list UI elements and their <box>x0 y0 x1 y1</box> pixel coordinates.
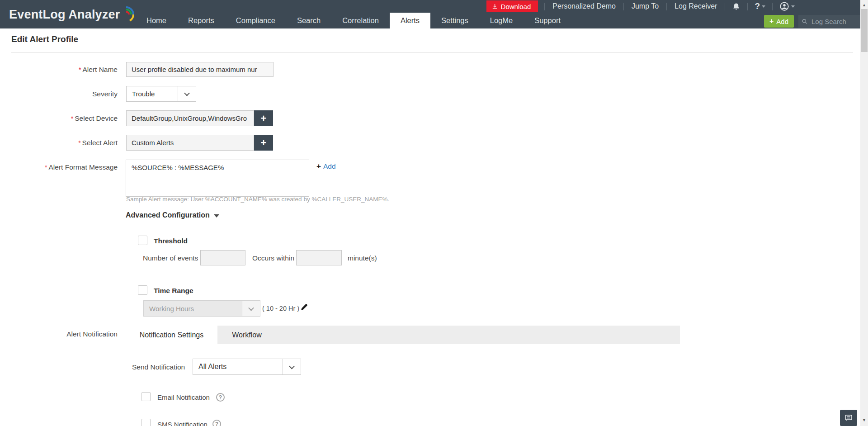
vertical-scrollbar[interactable]: ▲ ▼ <box>860 0 868 426</box>
time-range-dropdown[interactable]: Working Hours <box>143 300 260 317</box>
jump-to-link[interactable]: Jump To <box>624 2 666 10</box>
chat-widget-button[interactable] <box>840 410 857 426</box>
alert-notification-label: Alert Notification <box>11 330 118 338</box>
add-link-label: Add <box>323 162 336 170</box>
number-of-events-label: Number of events <box>143 254 198 262</box>
alert-format-message-label: *Alert Format Message <box>11 163 118 171</box>
number-of-events-input[interactable] <box>200 250 245 265</box>
severity-label: Severity <box>11 90 118 98</box>
select-device-label: *Select Device <box>11 114 118 123</box>
scroll-down-icon[interactable]: ▼ <box>860 416 868 424</box>
chevron-down-icon <box>791 5 795 8</box>
header-utility-row: Download Personalized Demo Jump To Log R… <box>486 0 802 13</box>
chevron-down-icon <box>178 86 196 101</box>
notification-tabstrip: Notification Settings Workflow <box>126 326 680 344</box>
severity-dropdown[interactable]: Trouble <box>126 86 196 102</box>
app-logo[interactable]: EventLog Analyzer <box>9 5 135 24</box>
chevron-down-icon <box>762 5 765 8</box>
personalized-demo-link[interactable]: Personalized Demo <box>545 2 623 10</box>
send-notification-label: Send Notification <box>132 363 185 371</box>
required-marker: * <box>79 66 81 73</box>
severity-value: Trouble <box>127 86 178 101</box>
nav-alerts[interactable]: Alerts <box>390 13 430 28</box>
app-logo-text: EventLog Analyzer <box>9 8 120 22</box>
email-notification-checkbox[interactable] <box>142 392 151 401</box>
time-range-hours: ( 10 - 20 Hr ) <box>262 305 299 312</box>
logo-swirl-icon <box>117 5 135 24</box>
nav-reports[interactable]: Reports <box>177 13 225 28</box>
nav-support[interactable]: Support <box>524 13 571 28</box>
nav-logme[interactable]: LogMe <box>479 13 524 28</box>
collapse-arrow-icon <box>214 214 219 218</box>
threshold-label: Threshold <box>154 237 188 245</box>
select-alert-label: *Select Alert <box>11 139 118 147</box>
help-icon: ? <box>755 1 760 11</box>
main-nav: Home Reports Compliance Search Correlati… <box>136 13 571 28</box>
search-icon <box>802 18 807 25</box>
tab-notification-settings[interactable]: Notification Settings <box>126 326 217 344</box>
time-range-label: Time Range <box>154 287 193 295</box>
download-label: Download <box>501 3 531 10</box>
download-button[interactable]: Download <box>486 0 538 12</box>
advanced-configuration-toggle[interactable]: Advanced Configuration <box>126 211 219 219</box>
select-alert-add-button[interactable]: + <box>254 135 273 151</box>
occurs-within-label: Occurs within <box>252 254 294 262</box>
scroll-up-icon[interactable]: ▲ <box>860 1 868 9</box>
email-help-icon[interactable]: ? <box>216 393 225 402</box>
send-notification-value: All Alerts <box>193 359 283 374</box>
log-search-box[interactable] <box>798 15 860 28</box>
nav-settings[interactable]: Settings <box>430 13 479 28</box>
sms-help-icon[interactable]: ? <box>212 420 221 426</box>
scrollbar-thumb[interactable] <box>861 9 868 52</box>
advanced-configuration-label: Advanced Configuration <box>126 211 210 219</box>
minutes-label: minute(s) <box>348 254 377 262</box>
alert-name-label: *Alert Name <box>11 66 118 74</box>
chat-bubble-icon <box>844 413 853 422</box>
notifications-bell-icon[interactable] <box>725 2 747 11</box>
download-icon <box>492 4 498 9</box>
nav-compliance[interactable]: Compliance <box>225 13 286 28</box>
edit-pencil-icon[interactable] <box>300 303 308 313</box>
plus-icon: + <box>316 162 321 171</box>
plus-icon: + <box>261 113 267 124</box>
alert-format-message-textarea[interactable]: %SOURCE% : %MESSAGE% <box>126 160 309 197</box>
email-notification-label: Email Notification <box>157 393 210 401</box>
help-menu[interactable]: ? <box>748 1 772 11</box>
divider <box>11 52 853 53</box>
plus-icon: + <box>261 137 267 149</box>
required-marker: * <box>45 164 47 171</box>
add-button-label: Add <box>776 18 788 25</box>
sms-notification-label: SMS Notification <box>157 421 208 426</box>
alert-name-input[interactable] <box>126 62 274 77</box>
app-header: EventLog Analyzer Download Personalized … <box>0 0 860 28</box>
required-marker: * <box>78 139 80 147</box>
chevron-down-icon <box>242 301 260 316</box>
edit-alert-profile-page: EventLog Analyzer Download Personalized … <box>0 0 868 426</box>
threshold-checkbox[interactable] <box>138 236 147 245</box>
nav-correlation[interactable]: Correlation <box>331 13 390 28</box>
nav-search[interactable]: Search <box>286 13 331 28</box>
nav-home[interactable]: Home <box>136 13 177 28</box>
user-account-menu[interactable] <box>773 1 802 11</box>
required-marker: * <box>71 115 73 122</box>
add-button[interactable]: + Add <box>764 15 794 28</box>
page-title: Edit Alert Profile <box>11 34 78 44</box>
log-receiver-link[interactable]: Log Receiver <box>667 2 725 10</box>
chevron-down-icon <box>283 359 301 374</box>
user-avatar-icon <box>779 1 789 11</box>
select-device-add-button[interactable]: + <box>254 110 273 126</box>
time-range-value: Working Hours <box>144 301 242 316</box>
log-search-input[interactable] <box>811 18 857 25</box>
sample-alert-message: Sample Alert message: User %ACCOUNT_NAME… <box>126 196 389 203</box>
tab-workflow[interactable]: Workflow <box>217 326 276 344</box>
plus-icon: + <box>769 18 774 25</box>
send-notification-dropdown[interactable]: All Alerts <box>193 359 301 375</box>
time-range-checkbox[interactable] <box>138 285 147 295</box>
select-alert-input[interactable] <box>126 135 254 151</box>
occurs-within-input[interactable] <box>296 250 342 265</box>
sms-notification-checkbox[interactable] <box>142 419 151 426</box>
select-device-input[interactable] <box>126 110 254 126</box>
add-format-message-link[interactable]: + Add <box>316 162 336 171</box>
